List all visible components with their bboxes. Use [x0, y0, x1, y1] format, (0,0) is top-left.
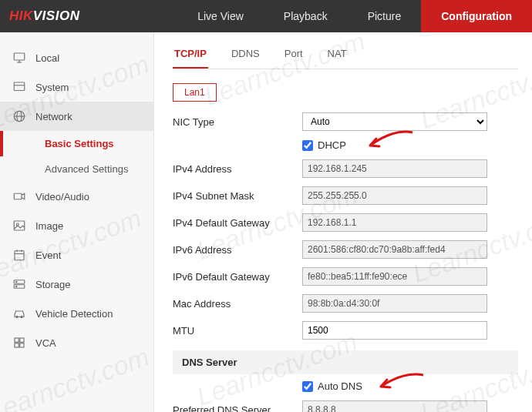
sidebar-sub-basic-settings[interactable]: Basic Settings [0, 131, 153, 156]
sidebar-sub-advanced-settings[interactable]: Advanced Settings [0, 156, 153, 182]
nav-configuration[interactable]: Configuration [421, 0, 532, 32]
tabs: TCP/IP DDNS Port NAT [173, 43, 518, 69]
input-ipv6-address[interactable] [302, 240, 487, 259]
tab-ddns[interactable]: DDNS [230, 43, 261, 69]
brand-logo: HIKVISION [0, 0, 93, 32]
sidebar-item-video-audio[interactable]: Video/Audio [0, 182, 153, 211]
svg-rect-8 [14, 193, 22, 199]
sidebar-item-vca[interactable]: VCA [0, 328, 153, 357]
label-auto-dns: Auto DNS [318, 380, 362, 392]
lan1-chip[interactable]: Lan1 [173, 83, 217, 102]
sidebar: Local System Network Basic Settings Adva… [0, 32, 154, 412]
dns-form: Auto DNS Preferred DNS Server Alternate … [173, 380, 518, 412]
checkbox-dhcp[interactable] [302, 140, 313, 151]
sidebar-item-storage[interactable]: Storage [0, 270, 153, 299]
brand-part1: HIK [9, 8, 33, 23]
sidebar-item-local[interactable]: Local [0, 43, 153, 72]
tab-port[interactable]: Port [283, 43, 305, 69]
label-ipv6-address: IPv6 Address [173, 244, 302, 256]
input-ipv6-gateway[interactable] [302, 267, 487, 286]
svg-rect-0 [14, 53, 25, 60]
svg-point-17 [16, 281, 18, 283]
label-preferred-dns: Preferred DNS Server [173, 404, 302, 413]
input-preferred-dns[interactable] [302, 400, 487, 412]
label-ipv4-address: IPv4 Address [173, 163, 302, 175]
svg-point-18 [16, 286, 18, 287]
svg-rect-11 [15, 251, 24, 260]
svg-rect-23 [15, 343, 19, 347]
top-nav: Live View Playback Picture Configuration [177, 0, 532, 32]
input-ipv4-address[interactable] [302, 159, 487, 178]
sidebar-label-image: Image [35, 220, 63, 232]
input-ipv4-subnet-mask[interactable] [302, 186, 487, 205]
sidebar-label-vca: VCA [35, 337, 56, 349]
svg-rect-21 [15, 338, 19, 342]
select-nic-type[interactable]: Auto [302, 112, 487, 131]
sidebar-item-image[interactable]: Image [0, 211, 153, 240]
sidebar-item-event[interactable]: Event [0, 240, 153, 270]
input-mac-address[interactable] [302, 294, 487, 313]
label-ipv4-subnet-mask: IPv4 Subnet Mask [173, 190, 302, 202]
tab-nat[interactable]: NAT [326, 43, 348, 69]
sidebar-label-network: Network [35, 111, 72, 122]
network-form: NIC Type Auto DHCP IPv4 Address IPv4 Sub… [173, 112, 518, 340]
label-mtu: MTU [173, 325, 302, 337]
lan-row: Lan1 [173, 83, 518, 102]
system-icon [12, 80, 26, 94]
checkbox-auto-dns[interactable] [302, 381, 313, 392]
input-mtu[interactable] [302, 321, 487, 340]
main: Local System Network Basic Settings Adva… [0, 32, 532, 412]
label-ipv4-gateway: IPv4 Default Gateway [173, 217, 302, 229]
globe-icon [12, 109, 26, 123]
svg-rect-3 [14, 82, 25, 91]
label-mac-address: Mac Address [173, 298, 302, 310]
tab-tcpip[interactable]: TCP/IP [173, 43, 208, 69]
car-icon [12, 306, 26, 320]
storage-icon [12, 277, 26, 291]
label-nic-type: NIC Type [173, 116, 302, 128]
sidebar-item-network[interactable]: Network [0, 102, 153, 131]
sidebar-label-event: Event [35, 250, 61, 261]
camera-icon [12, 189, 26, 203]
nav-picture[interactable]: Picture [348, 0, 422, 32]
nav-playback[interactable]: Playback [264, 0, 348, 32]
brand-part2: VISION [33, 8, 80, 23]
sidebar-label-system: System [35, 82, 69, 93]
content: TCP/IP DDNS Port NAT Lan1 NIC Type Auto … [154, 32, 532, 412]
vca-icon [12, 336, 26, 350]
annotation-arrow-icon [362, 129, 416, 159]
svg-rect-22 [20, 338, 24, 342]
event-icon [12, 248, 26, 262]
top-bar: HIKVISION Live View Playback Picture Con… [0, 0, 532, 32]
nav-live-view[interactable]: Live View [177, 0, 264, 32]
svg-rect-24 [20, 343, 24, 347]
sidebar-label-vehicle: Vehicle Detection [35, 308, 113, 320]
input-ipv4-gateway[interactable] [302, 213, 487, 232]
sidebar-item-vehicle-detection[interactable]: Vehicle Detection [0, 299, 153, 328]
annotation-arrow-icon [373, 371, 427, 400]
label-dhcp: DHCP [318, 139, 346, 151]
dns-server-heading: DNS Server [173, 350, 518, 374]
image-icon [12, 219, 26, 233]
label-ipv6-gateway: IPv6 Default Gateway [173, 271, 302, 283]
sidebar-item-system[interactable]: System [0, 72, 153, 102]
sidebar-label-storage: Storage [35, 279, 71, 290]
monitor-icon [12, 51, 26, 65]
sidebar-label-local: Local [35, 52, 59, 64]
sidebar-label-video: Video/Audio [35, 191, 89, 203]
